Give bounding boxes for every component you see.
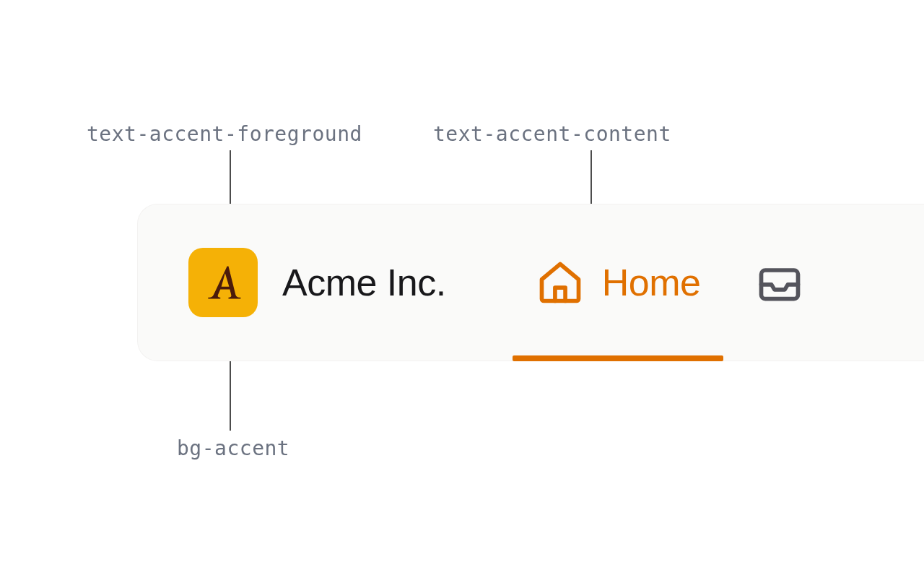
tab-home-label: Home bbox=[602, 261, 701, 304]
brand-letter-icon bbox=[201, 261, 245, 304]
tab-active-underline bbox=[513, 355, 724, 361]
annotation-label-text-accent-foreground: text-accent-foreground bbox=[87, 122, 362, 146]
home-icon bbox=[536, 258, 585, 307]
brand: Acme Inc. bbox=[188, 248, 446, 317]
navbar: Acme Inc. Home bbox=[137, 204, 924, 361]
tab-home[interactable]: Home bbox=[526, 204, 711, 361]
annotation-label-text-accent-content: text-accent-content bbox=[433, 122, 671, 146]
inbox-icon bbox=[755, 258, 804, 307]
tab-inbox[interactable] bbox=[745, 204, 804, 361]
brand-name: Acme Inc. bbox=[282, 261, 446, 304]
annotation-label-bg-accent: bg-accent bbox=[177, 436, 289, 460]
brand-badge bbox=[188, 248, 258, 317]
tabs: Home bbox=[526, 204, 805, 361]
